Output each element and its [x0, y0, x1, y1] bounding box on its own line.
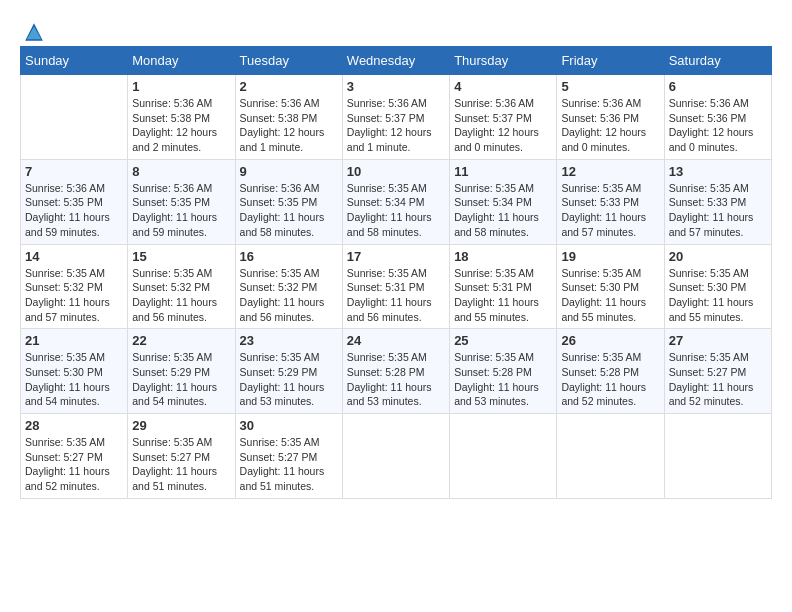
day-info: Sunrise: 5:35 AMSunset: 5:32 PMDaylight:… [25, 266, 123, 325]
day-info: Sunrise: 5:35 AMSunset: 5:27 PMDaylight:… [669, 350, 767, 409]
calendar-cell [557, 414, 664, 499]
day-number: 15 [132, 249, 230, 264]
calendar-week-1: 1Sunrise: 5:36 AMSunset: 5:38 PMDaylight… [21, 75, 772, 160]
day-info: Sunrise: 5:36 AMSunset: 5:37 PMDaylight:… [347, 96, 445, 155]
day-info: Sunrise: 5:36 AMSunset: 5:35 PMDaylight:… [132, 181, 230, 240]
day-info: Sunrise: 5:36 AMSunset: 5:35 PMDaylight:… [25, 181, 123, 240]
calendar-cell: 6Sunrise: 5:36 AMSunset: 5:36 PMDaylight… [664, 75, 771, 160]
calendar-header-wednesday: Wednesday [342, 47, 449, 75]
day-number: 21 [25, 333, 123, 348]
day-number: 4 [454, 79, 552, 94]
day-info: Sunrise: 5:35 AMSunset: 5:27 PMDaylight:… [240, 435, 338, 494]
day-number: 13 [669, 164, 767, 179]
day-number: 26 [561, 333, 659, 348]
calendar-header-sunday: Sunday [21, 47, 128, 75]
calendar-cell: 2Sunrise: 5:36 AMSunset: 5:38 PMDaylight… [235, 75, 342, 160]
svg-marker-1 [27, 26, 41, 39]
calendar-cell: 1Sunrise: 5:36 AMSunset: 5:38 PMDaylight… [128, 75, 235, 160]
calendar-cell [664, 414, 771, 499]
day-info: Sunrise: 5:35 AMSunset: 5:28 PMDaylight:… [454, 350, 552, 409]
calendar-cell: 28Sunrise: 5:35 AMSunset: 5:27 PMDayligh… [21, 414, 128, 499]
day-info: Sunrise: 5:35 AMSunset: 5:29 PMDaylight:… [132, 350, 230, 409]
day-number: 17 [347, 249, 445, 264]
calendar-cell: 30Sunrise: 5:35 AMSunset: 5:27 PMDayligh… [235, 414, 342, 499]
day-number: 16 [240, 249, 338, 264]
calendar-cell: 26Sunrise: 5:35 AMSunset: 5:28 PMDayligh… [557, 329, 664, 414]
calendar-cell: 14Sunrise: 5:35 AMSunset: 5:32 PMDayligh… [21, 244, 128, 329]
calendar-cell: 12Sunrise: 5:35 AMSunset: 5:33 PMDayligh… [557, 159, 664, 244]
calendar-cell: 3Sunrise: 5:36 AMSunset: 5:37 PMDaylight… [342, 75, 449, 160]
calendar-week-5: 28Sunrise: 5:35 AMSunset: 5:27 PMDayligh… [21, 414, 772, 499]
day-info: Sunrise: 5:35 AMSunset: 5:31 PMDaylight:… [454, 266, 552, 325]
day-number: 22 [132, 333, 230, 348]
day-info: Sunrise: 5:35 AMSunset: 5:30 PMDaylight:… [25, 350, 123, 409]
calendar-cell [342, 414, 449, 499]
calendar-cell: 13Sunrise: 5:35 AMSunset: 5:33 PMDayligh… [664, 159, 771, 244]
calendar-week-3: 14Sunrise: 5:35 AMSunset: 5:32 PMDayligh… [21, 244, 772, 329]
day-info: Sunrise: 5:35 AMSunset: 5:28 PMDaylight:… [347, 350, 445, 409]
calendar-cell: 7Sunrise: 5:36 AMSunset: 5:35 PMDaylight… [21, 159, 128, 244]
day-info: Sunrise: 5:35 AMSunset: 5:27 PMDaylight:… [25, 435, 123, 494]
calendar-cell: 21Sunrise: 5:35 AMSunset: 5:30 PMDayligh… [21, 329, 128, 414]
calendar-week-4: 21Sunrise: 5:35 AMSunset: 5:30 PMDayligh… [21, 329, 772, 414]
day-number: 30 [240, 418, 338, 433]
calendar-cell: 18Sunrise: 5:35 AMSunset: 5:31 PMDayligh… [450, 244, 557, 329]
calendar-cell: 27Sunrise: 5:35 AMSunset: 5:27 PMDayligh… [664, 329, 771, 414]
day-number: 14 [25, 249, 123, 264]
calendar-cell: 16Sunrise: 5:35 AMSunset: 5:32 PMDayligh… [235, 244, 342, 329]
day-info: Sunrise: 5:35 AMSunset: 5:30 PMDaylight:… [561, 266, 659, 325]
day-info: Sunrise: 5:36 AMSunset: 5:38 PMDaylight:… [132, 96, 230, 155]
day-info: Sunrise: 5:35 AMSunset: 5:31 PMDaylight:… [347, 266, 445, 325]
calendar-header-saturday: Saturday [664, 47, 771, 75]
calendar-cell: 19Sunrise: 5:35 AMSunset: 5:30 PMDayligh… [557, 244, 664, 329]
day-info: Sunrise: 5:35 AMSunset: 5:30 PMDaylight:… [669, 266, 767, 325]
page-header [20, 20, 772, 36]
calendar-header-thursday: Thursday [450, 47, 557, 75]
calendar-cell: 9Sunrise: 5:36 AMSunset: 5:35 PMDaylight… [235, 159, 342, 244]
calendar-cell: 20Sunrise: 5:35 AMSunset: 5:30 PMDayligh… [664, 244, 771, 329]
calendar-cell: 17Sunrise: 5:35 AMSunset: 5:31 PMDayligh… [342, 244, 449, 329]
calendar-cell: 29Sunrise: 5:35 AMSunset: 5:27 PMDayligh… [128, 414, 235, 499]
day-number: 18 [454, 249, 552, 264]
day-info: Sunrise: 5:36 AMSunset: 5:36 PMDaylight:… [669, 96, 767, 155]
calendar-cell [450, 414, 557, 499]
day-info: Sunrise: 5:36 AMSunset: 5:37 PMDaylight:… [454, 96, 552, 155]
day-number: 7 [25, 164, 123, 179]
calendar-cell: 23Sunrise: 5:35 AMSunset: 5:29 PMDayligh… [235, 329, 342, 414]
day-info: Sunrise: 5:35 AMSunset: 5:32 PMDaylight:… [132, 266, 230, 325]
calendar-header-friday: Friday [557, 47, 664, 75]
day-number: 27 [669, 333, 767, 348]
calendar-cell: 24Sunrise: 5:35 AMSunset: 5:28 PMDayligh… [342, 329, 449, 414]
day-number: 8 [132, 164, 230, 179]
calendar-cell: 15Sunrise: 5:35 AMSunset: 5:32 PMDayligh… [128, 244, 235, 329]
day-number: 28 [25, 418, 123, 433]
day-number: 24 [347, 333, 445, 348]
calendar-header-monday: Monday [128, 47, 235, 75]
day-info: Sunrise: 5:35 AMSunset: 5:33 PMDaylight:… [669, 181, 767, 240]
calendar-header-tuesday: Tuesday [235, 47, 342, 75]
day-number: 29 [132, 418, 230, 433]
day-number: 5 [561, 79, 659, 94]
day-number: 6 [669, 79, 767, 94]
day-info: Sunrise: 5:35 AMSunset: 5:33 PMDaylight:… [561, 181, 659, 240]
calendar-cell: 25Sunrise: 5:35 AMSunset: 5:28 PMDayligh… [450, 329, 557, 414]
day-number: 19 [561, 249, 659, 264]
calendar-cell: 5Sunrise: 5:36 AMSunset: 5:36 PMDaylight… [557, 75, 664, 160]
day-number: 1 [132, 79, 230, 94]
calendar-cell: 22Sunrise: 5:35 AMSunset: 5:29 PMDayligh… [128, 329, 235, 414]
logo-icon [22, 20, 46, 44]
day-number: 12 [561, 164, 659, 179]
day-info: Sunrise: 5:35 AMSunset: 5:32 PMDaylight:… [240, 266, 338, 325]
day-number: 2 [240, 79, 338, 94]
calendar-header-row: SundayMondayTuesdayWednesdayThursdayFrid… [21, 47, 772, 75]
calendar: SundayMondayTuesdayWednesdayThursdayFrid… [20, 46, 772, 499]
day-number: 23 [240, 333, 338, 348]
day-number: 10 [347, 164, 445, 179]
day-info: Sunrise: 5:35 AMSunset: 5:28 PMDaylight:… [561, 350, 659, 409]
calendar-week-2: 7Sunrise: 5:36 AMSunset: 5:35 PMDaylight… [21, 159, 772, 244]
day-info: Sunrise: 5:35 AMSunset: 5:34 PMDaylight:… [454, 181, 552, 240]
day-info: Sunrise: 5:35 AMSunset: 5:34 PMDaylight:… [347, 181, 445, 240]
day-info: Sunrise: 5:36 AMSunset: 5:38 PMDaylight:… [240, 96, 338, 155]
day-number: 25 [454, 333, 552, 348]
calendar-cell: 8Sunrise: 5:36 AMSunset: 5:35 PMDaylight… [128, 159, 235, 244]
